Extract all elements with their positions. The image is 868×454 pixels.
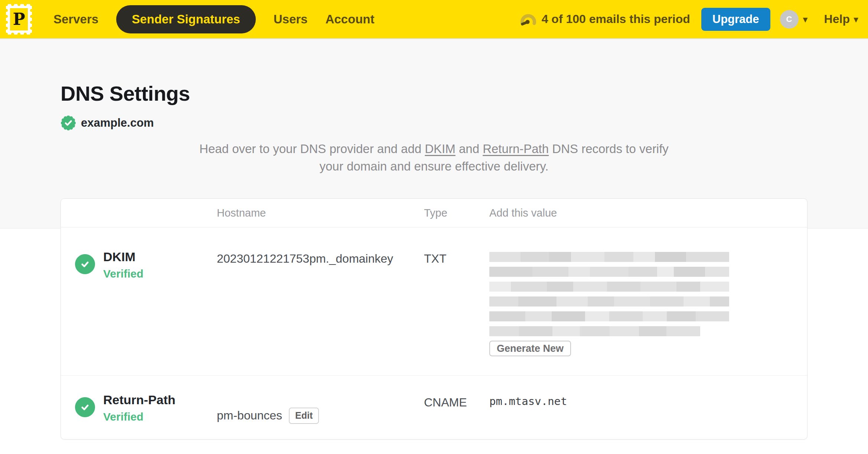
primary-nav: Servers Sender Signatures Users Account [53,5,374,33]
edit-button[interactable]: Edit [289,408,319,424]
nav-item-users[interactable]: Users [274,12,308,26]
record-type: CNAME [424,376,489,439]
record-status-cell: Return-Path Verified [61,376,217,439]
table-header: Hostname Type Add this value [61,199,807,227]
avatar-initial: C [786,14,792,24]
dkim-link[interactable]: DKIM [425,142,456,156]
redacted-bar [489,267,729,277]
domain-badge: example.com [61,115,807,131]
redacted-bar [489,311,729,321]
page-description: Head over to your DNS provider and add D… [198,140,670,175]
record-labels: Return-Path Verified [103,393,176,423]
col-header-hostname: Hostname [217,207,424,219]
page-title: DNS Settings [61,81,807,106]
redacted-bar [489,296,729,307]
record-labels: DKIM Verified [103,250,143,280]
verified-seal-icon [61,115,76,131]
dns-records-card: Hostname Type Add this value DKIM Verifi… [61,198,807,440]
record-hostname: 20230121221753pm._domainkey [217,227,424,375]
record-name: Return-Path [103,393,176,407]
redacted-dkim-value [489,252,729,336]
generate-new-button[interactable]: Generate New [489,341,571,356]
col-header-value: Add this value [489,207,807,219]
record-status: Verified [103,267,143,280]
help-label: Help [824,12,850,26]
domain-name: example.com [81,116,154,130]
avatar[interactable]: C [780,10,799,29]
col-header-type: Type [424,207,489,219]
postmark-logo[interactable]: P [6,4,32,35]
redacted-bar [489,326,700,336]
nav-item-account[interactable]: Account [325,12,374,26]
logo-letter: P [13,11,25,27]
help-menu[interactable]: Help ▾ [824,12,858,26]
top-nav: P Servers Sender Signatures Users Accoun… [0,0,868,38]
upgrade-button[interactable]: Upgrade [701,8,770,31]
nav-item-sender-signatures[interactable]: Sender Signatures [116,5,256,33]
postmark-dns-settings-page: P Servers Sender Signatures Users Accoun… [0,0,868,454]
record-hostname-cell: pm-bounces Edit [217,376,424,439]
chevron-down-icon: ▾ [803,14,808,24]
account-menu[interactable]: C ▾ [780,10,808,29]
record-value-cell: Generate New [489,227,807,375]
record-name: DKIM [103,250,143,264]
record-status-cell: DKIM Verified [61,227,217,375]
record-status: Verified [103,411,176,423]
verified-check-icon [75,254,95,274]
redacted-bar [489,282,729,292]
record-hostname: pm-bounces [217,409,282,422]
redacted-bar [489,252,729,262]
return-path-link[interactable]: Return-Path [483,142,549,156]
chevron-down-icon: ▾ [854,14,858,24]
verified-check-icon [75,397,95,417]
usage-gauge-icon [519,13,536,26]
table-row-return-path: Return-Path Verified pm-bounces Edit CNA… [61,376,807,439]
nav-right-cluster: 4 of 100 emails this period Upgrade C ▾ … [519,8,858,31]
record-value-cell: pm.mtasv.net [489,376,807,439]
postmark-logo-stamp: P [10,8,28,30]
nav-item-servers[interactable]: Servers [53,12,98,26]
record-type: TXT [424,227,489,375]
description-text-pre: Head over to your DNS provider and add [199,142,425,156]
usage-text: 4 of 100 emails this period [542,12,690,26]
record-value: pm.mtasv.net [489,395,567,408]
table-row-dkim: DKIM Verified 20230121221753pm._domainke… [61,227,807,376]
description-text-mid: and [456,142,483,156]
